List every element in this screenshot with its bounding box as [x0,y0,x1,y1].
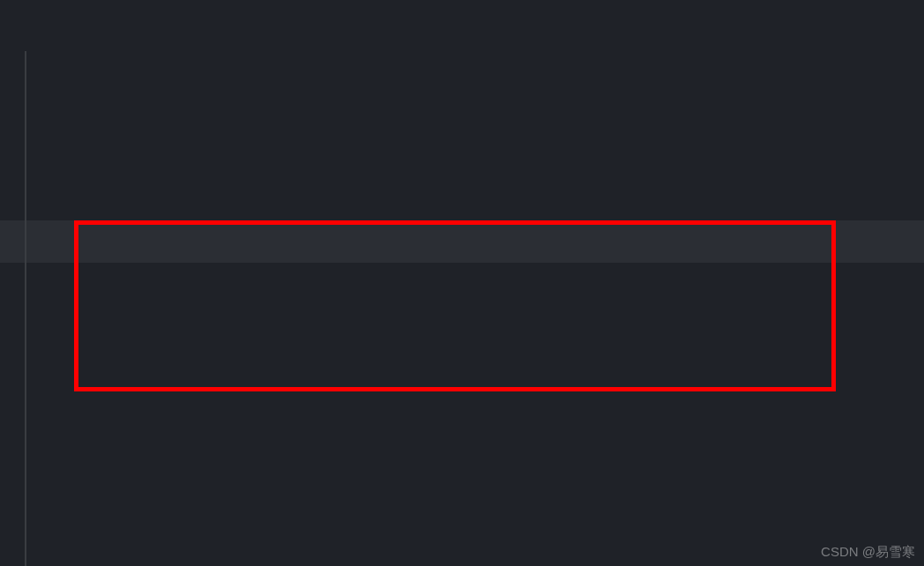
indent-guide [25,51,26,566]
watermark: CSDN @易雪寒 [821,544,915,561]
code-editor[interactable]: <dependencies> Edit Starters... <depende… [0,0,924,566]
current-line-highlight [0,220,924,263]
